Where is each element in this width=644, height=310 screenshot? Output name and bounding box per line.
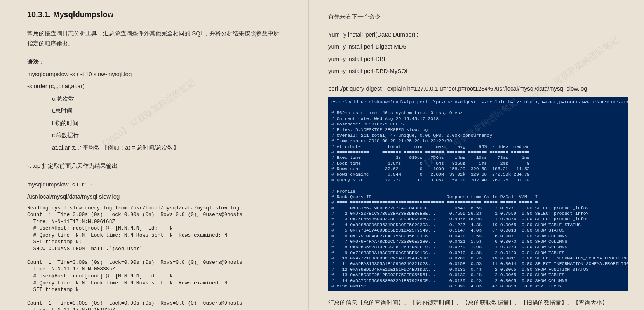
intro-paragraph: 常用的慢查询日志分析工具，汇总除查询条件外其他完全相同的 SQL，并将分析结果按…: [27, 28, 285, 48]
option-t: t:总时间: [27, 106, 285, 116]
lead-paragraph: 首先来看下一个命令: [328, 12, 628, 22]
summary-paragraph: 汇总的信息【总的查询时间】、【总的锁定时间】、【总的获取数据量】、【扫描的数据量…: [328, 298, 628, 308]
option-top: -t top 指定取前面几天作为结果输出: [27, 161, 285, 171]
document-spread: 10.3.1. Mysqldumpslow 常用的慢查询日志分析工具，汇总除查询…: [0, 0, 644, 310]
command-line: mysqldumpslow -s t -t 10: [27, 179, 285, 190]
mysqldumpslow-output: Reading mysql slow query log from /usr/l…: [27, 205, 285, 310]
option-r: r:总数据行: [27, 130, 285, 140]
syntax-label: 语法：: [27, 57, 285, 67]
shell-command: yum -y install perl-Digest-MD5: [328, 42, 628, 52]
shell-command: yum -y install perl-DBD-MySQL: [328, 66, 628, 76]
shell-command: yum -y install perl-DBI: [328, 54, 628, 64]
syntax-line: -s order (c,t,l,r,at,al,ar): [27, 81, 285, 91]
perl-command: perl ./pt-query-digest --explain h=127.0…: [328, 84, 628, 93]
section-heading: 10.3.1. Mysqldumpslow: [27, 10, 285, 19]
command-line: /usr/local/mysql/data/mysql-slow.log: [27, 192, 285, 202]
option-l: l:锁的时间: [27, 118, 285, 128]
option-c: c:总次数: [27, 94, 285, 104]
left-page: 10.3.1. Mysqldumpslow 常用的慢查询日志分析工具，汇总除查询…: [0, 0, 308, 310]
powershell-output: PS F:\BaiduNetdiskDownload\vip> perl .\p…: [328, 97, 628, 292]
syntax-line: mysqldumpslow -s r -t 10 slow-mysql.log: [27, 69, 285, 79]
option-avg: at,al,ar :t,l,r 平均数 【例如：at = 总时间/总次数】: [27, 143, 285, 153]
shell-command: Yum -y install 'perl(Data::Dumper)';: [328, 30, 628, 40]
right-page: 首先来看下一个命令 Yum -y install 'perl(Data::Dum…: [309, 0, 644, 310]
